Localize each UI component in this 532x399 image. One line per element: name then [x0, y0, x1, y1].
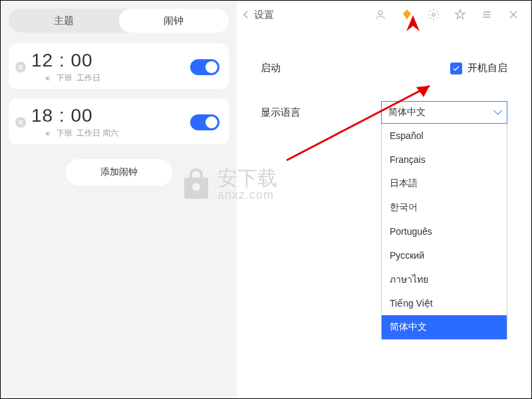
svg-point-0 — [378, 11, 382, 15]
alarm-card-0[interactable]: 12 : 00 下班 工作日 — [9, 43, 229, 89]
svg-point-1 — [432, 13, 436, 17]
language-select[interactable]: 简体中文 — [381, 101, 507, 124]
startup-checkbox-label: 开机自启 — [467, 62, 507, 74]
language-option[interactable]: Français — [382, 148, 507, 172]
language-option[interactable]: Español — [382, 124, 507, 148]
alarm-content: 18 : 00 下班 工作日 周六 — [31, 105, 190, 139]
startup-checkbox[interactable] — [450, 63, 462, 74]
sound-icon — [45, 130, 53, 138]
language-option[interactable]: Português — [382, 219, 507, 243]
tab-alarm[interactable]: 闹钟 — [119, 9, 229, 33]
star-icon[interactable] — [454, 9, 466, 21]
alarm-days: 工作日 周六 — [76, 128, 118, 139]
startup-right: 开机自启 — [450, 62, 507, 74]
settings-body: 启动 开机自启 显示语言 简体中文 Español Français 日本語 — [237, 29, 531, 124]
menu-icon[interactable] — [481, 9, 493, 21]
alarm-content: 12 : 00 下班 工作日 — [31, 50, 190, 84]
alarm-subtitle: 下班 工作日 — [31, 72, 190, 84]
startup-label: 启动 — [261, 62, 354, 74]
alarm-subtitle: 下班 工作日 周六 — [31, 128, 190, 139]
delete-alarm-icon[interactable] — [15, 117, 26, 128]
chevron-left-icon — [243, 11, 251, 18]
alarm-days: 工作日 — [76, 72, 100, 84]
settings-title: 设置 — [254, 9, 274, 21]
alarm-label: 下班 — [57, 72, 72, 84]
language-select-wrap: 简体中文 Español Français 日本語 한국어 Português … — [381, 101, 507, 124]
chevron-down-icon — [493, 109, 500, 116]
language-option[interactable]: 한국어 — [382, 196, 507, 219]
alarm-time: 18 : 00 — [31, 105, 190, 126]
language-label: 显示语言 — [261, 106, 354, 119]
delete-alarm-icon[interactable] — [15, 62, 26, 72]
close-icon[interactable] — [507, 9, 519, 21]
language-dropdown: Español Français 日本語 한국어 Português Русск… — [381, 124, 507, 340]
alarm-label: 下班 — [57, 128, 72, 139]
language-option[interactable]: 简体中文 — [382, 315, 507, 339]
right-panel: 设置 启动 — [237, 1, 531, 398]
tabs: 主题 闹钟 — [9, 9, 229, 33]
alarm-toggle[interactable] — [190, 59, 219, 75]
alarm-toggle[interactable] — [190, 114, 219, 130]
row-language: 显示语言 简体中文 Español Français 日本語 한국어 Portu… — [261, 101, 507, 124]
add-alarm-button[interactable]: 添加闹钟 — [66, 159, 172, 186]
tab-theme[interactable]: 主题 — [9, 9, 119, 33]
alarm-time: 12 : 00 — [31, 50, 190, 71]
language-option[interactable]: ภาษาไทย — [382, 267, 507, 291]
alarm-card-1[interactable]: 18 : 00 下班 工作日 周六 — [9, 98, 229, 144]
language-option[interactable]: Русский — [382, 243, 507, 267]
sound-icon — [45, 74, 53, 82]
language-selected: 简体中文 — [388, 106, 426, 118]
language-option[interactable]: Tiếng Việt — [382, 291, 507, 315]
row-startup: 启动 开机自启 — [261, 62, 507, 74]
back-button[interactable]: 设置 — [245, 9, 274, 21]
top-icons — [374, 9, 523, 21]
top-bar: 设置 — [237, 1, 531, 29]
language-option[interactable]: 日本語 — [382, 172, 507, 196]
diamond-icon[interactable] — [401, 9, 413, 21]
account-icon[interactable] — [374, 9, 386, 21]
left-panel: 主题 闹钟 12 : 00 下班 工作日 18 : 00 下班 工作日 周六 — [1, 1, 237, 398]
gear-icon[interactable] — [428, 9, 440, 21]
